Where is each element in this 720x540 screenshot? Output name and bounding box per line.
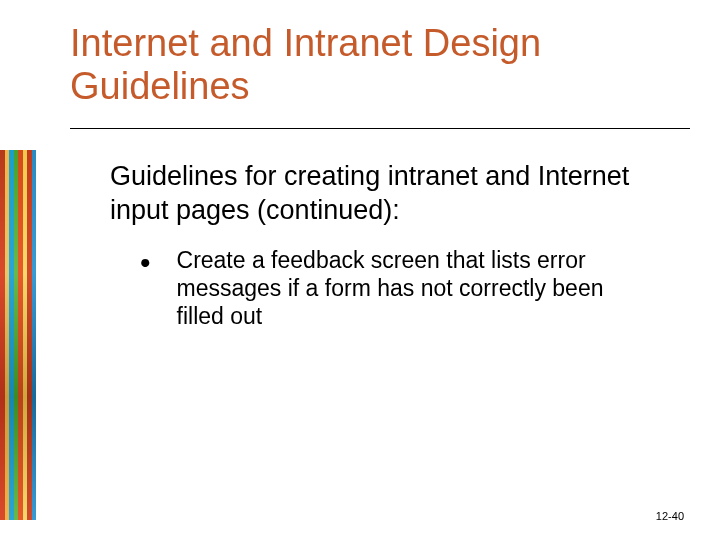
page-number: 12-40 [656,510,684,522]
bullet-text: Create a feedback screen that lists erro… [177,246,650,330]
slide-body: Guidelines for creating intranet and Int… [110,160,660,330]
slide: Internet and Intranet Design Guidelines … [0,0,720,540]
title-underline [70,128,690,129]
lead-paragraph: Guidelines for creating intranet and Int… [110,160,660,228]
decorative-stripe [0,150,36,520]
bullet-item: • Create a feedback screen that lists er… [110,246,660,330]
bullet-icon: • [140,248,151,278]
slide-title: Internet and Intranet Design Guidelines [70,22,680,107]
